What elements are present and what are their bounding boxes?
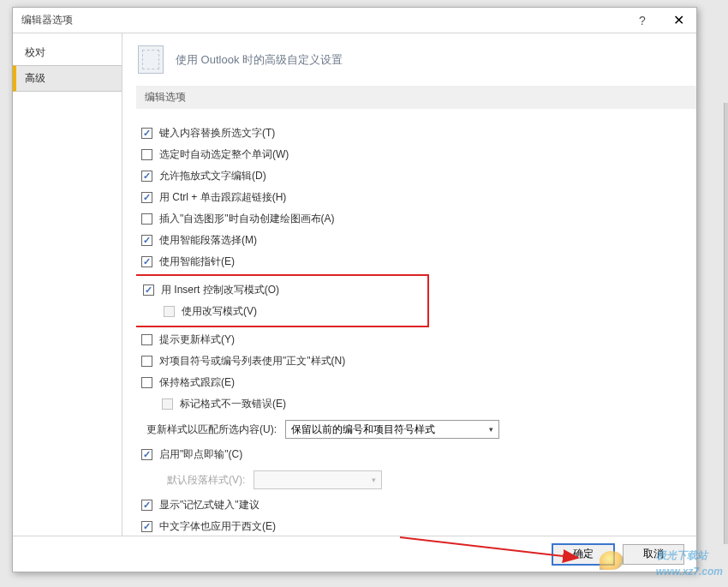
option-insert-overtype[interactable]: 用 Insert 控制改写模式(O): [143, 281, 427, 299]
chevron-down-icon: ▾: [366, 471, 381, 488]
option-keep-format-tracking[interactable]: 保持格式跟踪(E): [141, 374, 696, 392]
sidebar-item-proofing[interactable]: 校对: [13, 40, 122, 65]
checkbox[interactable]: [141, 256, 152, 267]
options-list: 键入内容替换所选文字(T) 选定时自动选定整个单词(W) 允许拖放式文字编辑(D…: [136, 109, 696, 536]
ok-button[interactable]: 确定: [552, 544, 614, 565]
checkbox[interactable]: [141, 192, 152, 203]
option-label: 插入"自选图形"时自动创建绘图画布(A): [159, 212, 335, 226]
option-smart-cursor[interactable]: 使用智能指针(E): [141, 253, 696, 271]
row-update-style-select: 更新样式以匹配所选内容(U): 保留以前的编号和项目符号样式 ▾: [146, 420, 696, 439]
checkbox[interactable]: [141, 356, 152, 367]
titlebar: 编辑器选项 ? ✕: [13, 8, 696, 33]
close-icon: ✕: [673, 12, 684, 28]
option-label: 用 Insert 控制改写模式(O): [161, 283, 279, 297]
option-label: 允许拖放式文字编辑(D): [159, 169, 266, 183]
option-label: 键入内容替换所选文字(T): [159, 126, 275, 141]
option-label: 中文字体也应用于西文(E): [159, 519, 276, 534]
background-edge: [724, 103, 728, 544]
checkbox[interactable]: [141, 213, 152, 225]
option-label: 用 Ctrl + 单击跟踪超链接(H): [159, 190, 286, 205]
update-style-select[interactable]: 保留以前的编号和项目符号样式 ▾: [285, 420, 499, 439]
help-button[interactable]: ?: [624, 8, 660, 33]
select-value: 保留以前的编号和项目符号样式: [291, 422, 435, 437]
close-button[interactable]: ✕: [660, 8, 696, 33]
option-label: 使用改写模式(V): [182, 304, 257, 319]
option-label: 保持格式跟踪(E): [159, 375, 235, 390]
option-label: 使用智能段落选择(M): [159, 233, 257, 248]
dialog-body: 校对 高级 使用 Outlook 时的高级自定义设置 编辑选项 键入内容替换所选…: [13, 33, 696, 536]
option-label: 显示"记忆式键入"建议: [159, 498, 260, 512]
editor-options-dialog: 编辑器选项 ? ✕ 校对 高级 使用 Outlook 时的高级自定义设置 编辑选…: [12, 7, 697, 572]
option-normal-bullet-style[interactable]: 对项目符号或编号列表使用"正文"样式(N): [141, 352, 696, 370]
checkbox[interactable]: [143, 285, 154, 296]
option-label: 启用"即点即输"(C): [159, 447, 242, 462]
svg-line-0: [400, 537, 578, 558]
section-header-edit-options: 编辑选项: [136, 86, 696, 109]
help-icon: ?: [639, 14, 646, 27]
option-drag-drop-edit[interactable]: 允许拖放式文字编辑(D): [141, 167, 696, 185]
content-panel: 使用 Outlook 时的高级自定义设置 编辑选项 键入内容替换所选文字(T) …: [122, 33, 696, 536]
option-click-and-type[interactable]: 启用"即点即输"(C): [141, 446, 696, 464]
checkbox[interactable]: [141, 449, 152, 460]
option-ctrl-click-link[interactable]: 用 Ctrl + 单击跟踪超链接(H): [141, 189, 696, 207]
checkbox[interactable]: [141, 171, 152, 182]
checkbox: [164, 306, 175, 317]
header-title: 使用 Outlook 时的高级自定义设置: [176, 52, 343, 68]
checkbox: [162, 398, 173, 410]
checkbox[interactable]: [141, 128, 152, 139]
checkbox[interactable]: [141, 377, 152, 388]
checkbox[interactable]: [141, 149, 152, 160]
default-para-label: 默认段落样式(V):: [167, 473, 245, 488]
option-smart-paragraph[interactable]: 使用智能段落选择(M): [141, 231, 696, 249]
sidebar-item-advanced[interactable]: 高级: [13, 65, 122, 92]
option-typing-replaces[interactable]: 键入内容替换所选文字(T): [141, 124, 696, 142]
settings-page-icon: [138, 45, 164, 74]
chevron-down-icon: ▾: [483, 421, 498, 438]
checkbox[interactable]: [141, 521, 152, 532]
option-label: 提示更新样式(Y): [159, 332, 235, 347]
content-header: 使用 Outlook 时的高级自定义设置: [136, 40, 696, 86]
checkbox[interactable]: [141, 500, 152, 511]
option-cjk-western-font[interactable]: 中文字体也应用于西文(E): [141, 518, 696, 536]
sidebar: 校对 高级: [13, 33, 122, 536]
default-para-select: ▾: [254, 470, 382, 489]
row-default-para-style: 默认段落样式(V): ▾: [167, 470, 696, 489]
option-prompt-update-style[interactable]: 提示更新样式(Y): [141, 331, 696, 349]
option-show-autocomplete[interactable]: 显示"记忆式键入"建议: [141, 496, 696, 514]
option-select-whole-word[interactable]: 选定时自动选定整个单词(W): [141, 146, 696, 164]
highlight-box: 用 Insert 控制改写模式(O) 使用改写模式(V): [136, 274, 429, 327]
option-auto-canvas[interactable]: 插入"自选图形"时自动创建绘图画布(A): [141, 210, 696, 228]
option-label: 选定时自动选定整个单词(W): [159, 147, 289, 162]
checkbox[interactable]: [141, 235, 152, 246]
option-use-overtype: 使用改写模式(V): [164, 302, 427, 320]
option-label: 对项目符号或编号列表使用"正文"样式(N): [159, 354, 345, 368]
option-mark-inconsistent: 标记格式不一致错误(E): [162, 395, 696, 413]
update-style-label: 更新样式以匹配所选内容(U):: [146, 422, 277, 437]
option-label: 标记格式不一致错误(E): [180, 397, 286, 411]
cancel-button[interactable]: 取消: [623, 544, 684, 565]
dialog-title: 编辑器选项: [21, 13, 624, 27]
checkbox[interactable]: [141, 334, 152, 345]
option-label: 使用智能指针(E): [159, 255, 235, 269]
dialog-footer: 确定 取消: [13, 536, 696, 572]
